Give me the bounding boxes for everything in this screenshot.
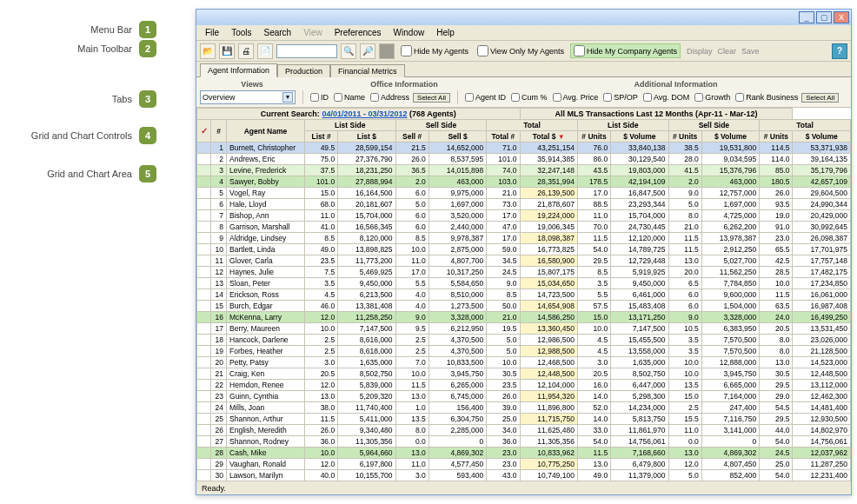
row-check[interactable]: [197, 448, 211, 459]
table-row[interactable]: 21Craig, Ken20.58,502,75010.03,945,75030…: [197, 368, 851, 380]
menu-help[interactable]: Help: [431, 27, 460, 38]
table-row[interactable]: 28Cash, Mike10.05,964,66013.04,869,30223…: [197, 448, 851, 459]
help-button[interactable]: ?: [832, 43, 847, 59]
row-check[interactable]: [197, 312, 211, 323]
tab-financial-metrics[interactable]: Financial Metrics: [330, 64, 405, 77]
search-input[interactable]: [276, 44, 337, 58]
addl-chk-agent-id[interactable]: Agent ID: [465, 93, 506, 102]
table-row[interactable]: 7Bishop, Ann11.015,704,0006.03,520,00017…: [197, 210, 851, 222]
table-row[interactable]: 4Sawyer, Bobby101.027,888,9942.0463,0001…: [197, 176, 851, 188]
office-chk-address[interactable]: Address: [370, 93, 409, 102]
menu-search[interactable]: Search: [258, 27, 296, 38]
table-row[interactable]: 11Glover, Carla23.511,773,20011.04,807,7…: [197, 255, 851, 267]
maximize-button[interactable]: ▢: [816, 11, 832, 23]
table-row[interactable]: 23Guinn, Cynthia13.05,209,32013.06,745,0…: [197, 391, 851, 402]
table-row[interactable]: 5Vogel, Ray15.016,164,5006.09,975,00021.…: [197, 188, 851, 199]
table-row[interactable]: 24Mills, Joan38.011,740,4001.0156,40039.…: [197, 402, 851, 414]
table-row[interactable]: 15Burch, Edgar46.013,381,4084.01,273,500…: [197, 301, 851, 312]
row-check[interactable]: [197, 357, 211, 368]
export-icon[interactable]: 📄: [257, 43, 273, 59]
col-num-header[interactable]: #: [211, 120, 227, 143]
search-range-link[interactable]: 04/01/2011 - 03/31/2012: [322, 109, 407, 118]
row-check[interactable]: [197, 222, 211, 233]
menu-preferences[interactable]: Preferences: [329, 27, 387, 38]
row-check[interactable]: [197, 346, 211, 357]
grid-scroll[interactable]: Current Search: 04/01/2011 - 03/31/2012 …: [196, 108, 851, 481]
table-row[interactable]: 10Bartlett, Linda49.013,898,82510.02,875…: [197, 244, 851, 255]
row-check[interactable]: [197, 470, 211, 481]
row-check[interactable]: [197, 255, 211, 267]
row-check[interactable]: [197, 323, 211, 335]
col-header[interactable]: # Units: [668, 131, 701, 143]
table-row[interactable]: 16McKenna, Larry12.011,258,2509.03,328,0…: [197, 312, 851, 323]
col-header[interactable]: # Units: [760, 131, 793, 143]
toolbar-link-save[interactable]: Save: [739, 47, 762, 56]
table-row[interactable]: 1Burnett, Christopher49.528,599,15421.51…: [197, 143, 851, 154]
minimize-button[interactable]: _: [799, 11, 814, 23]
row-check[interactable]: [197, 154, 211, 165]
table-row[interactable]: 2Andrews, Eric75.027,376,79026.08,537,59…: [197, 154, 851, 165]
col-header[interactable]: List $: [338, 131, 395, 143]
table-row[interactable]: 12Haynes, Julie7.55,469,92517.010,317,25…: [197, 267, 851, 278]
check-col-header[interactable]: ✓: [197, 120, 211, 143]
office-chk-name[interactable]: Name: [334, 93, 365, 102]
table-row[interactable]: 13Sloan, Peter3.59,450,0005.55,584,6509.…: [197, 278, 851, 289]
tab-agent-information[interactable]: Agent Information: [200, 63, 277, 77]
table-row[interactable]: 19Forbes, Heather2.58,618,0002.54,370,50…: [197, 346, 851, 357]
save-icon[interactable]: 💾: [219, 43, 235, 59]
addl-select-all[interactable]: Select All: [801, 93, 839, 103]
table-row[interactable]: 20Petty, Patsy3.01,635,0007.010,833,5001…: [197, 357, 851, 368]
hide-company-agents-check[interactable]: Hide My Company Agents: [570, 43, 681, 58]
table-row[interactable]: 27Shannon, Rodney36.011,305,3560.0036.01…: [197, 436, 851, 448]
addl-chk-sp-op[interactable]: SP/OP: [603, 93, 638, 102]
col-header[interactable]: Total #: [487, 131, 520, 143]
row-check[interactable]: [197, 436, 211, 448]
menu-tools[interactable]: Tools: [226, 27, 256, 38]
toolbar-link-display[interactable]: Display: [684, 47, 715, 56]
col-header[interactable]: $ Volume: [611, 131, 668, 143]
view-only-my-agents-check[interactable]: View Only My Agents: [475, 44, 567, 57]
row-check[interactable]: [197, 267, 211, 278]
close-button[interactable]: X: [834, 11, 849, 23]
row-check[interactable]: [197, 199, 211, 210]
print-icon[interactable]: 🖨: [238, 43, 254, 59]
row-check[interactable]: [197, 143, 211, 154]
table-row[interactable]: 3Levine, Frederick37.518,231,25036.514,0…: [197, 165, 851, 176]
col-header[interactable]: $ Volume: [793, 131, 851, 143]
col-header[interactable]: # Units: [577, 131, 610, 143]
addl-chk-cum-[interactable]: Cum %: [511, 93, 548, 102]
binoculars-alt-icon[interactable]: 🔎: [360, 43, 375, 59]
col-header[interactable]: List #: [304, 131, 337, 143]
row-check[interactable]: [197, 244, 211, 255]
col-header[interactable]: Sell $: [428, 131, 486, 143]
table-row[interactable]: 6Hale, Lloyd68.020,181,6075.01,697,00073…: [197, 199, 851, 210]
col-header[interactable]: Sell #: [395, 131, 428, 143]
row-check[interactable]: [197, 402, 211, 414]
row-check[interactable]: [197, 233, 211, 244]
col-header[interactable]: $ Volume: [701, 131, 759, 143]
addl-chk-growth[interactable]: Growth: [694, 93, 730, 102]
col-header[interactable]: Total $ ▼: [520, 131, 577, 143]
table-row[interactable]: 26English, Meredith26.09,340,4808.02,285…: [197, 425, 851, 436]
row-check[interactable]: [197, 188, 211, 199]
toggle-icon[interactable]: [379, 43, 395, 59]
row-check[interactable]: [197, 425, 211, 436]
row-check[interactable]: [197, 278, 211, 289]
views-combo[interactable]: Overview ▾: [200, 90, 296, 104]
col-name-header[interactable]: Agent Name: [227, 120, 305, 143]
office-select-all[interactable]: Select All: [413, 93, 450, 103]
menu-window[interactable]: Window: [389, 27, 430, 38]
row-check[interactable]: [197, 459, 211, 470]
row-check[interactable]: [197, 335, 211, 346]
table-row[interactable]: 18Hancock, Darlene2.58,616,0002.54,370,5…: [197, 335, 851, 346]
addl-chk-rank-business[interactable]: Rank Business: [735, 93, 798, 102]
table-row[interactable]: 9Aldridge, Lindsey8.58,120,0008.59,978,3…: [197, 233, 851, 244]
row-check[interactable]: [197, 289, 211, 301]
table-row[interactable]: 30Lawson, Marilyn40.010,155,7003.0593,40…: [197, 470, 851, 481]
row-check[interactable]: [197, 301, 211, 312]
row-check[interactable]: [197, 176, 211, 188]
menu-file[interactable]: File: [200, 27, 224, 38]
table-row[interactable]: 29Vaughan, Ronald12.06,197,80011.04,577,…: [197, 459, 851, 470]
open-icon[interactable]: 📂: [200, 43, 216, 59]
hide-my-agents-check[interactable]: Hide My Agents: [398, 44, 471, 57]
